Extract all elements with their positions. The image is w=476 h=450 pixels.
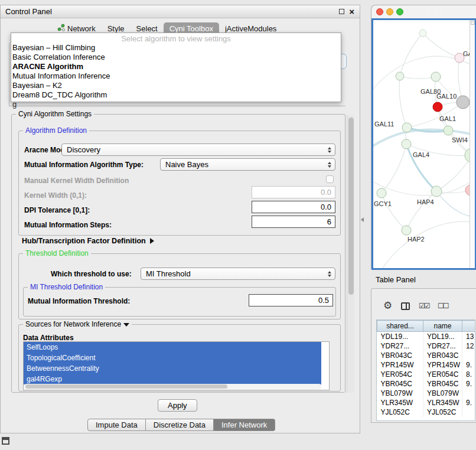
hidden-group-border xyxy=(9,43,9,106)
table-cell[interactable]: YER054C xyxy=(377,370,423,379)
attribute-item-gal4rgexp[interactable]: gal4RGexp xyxy=(24,374,321,384)
table-cell[interactable]: YBL079W xyxy=(377,389,423,398)
network-node-gal10[interactable] xyxy=(457,96,470,109)
network-node-gal80[interactable] xyxy=(431,72,441,81)
table-cell[interactable]: YJL052C xyxy=(377,407,423,417)
table-row[interactable]: YPR145WYPR145W9. xyxy=(377,360,476,370)
bottom-tab-discretize-data[interactable]: Discretize Data xyxy=(146,419,214,431)
table-cell[interactable]: YBR045C xyxy=(377,379,423,389)
network-edge[interactable] xyxy=(423,33,459,58)
close-traffic-light[interactable] xyxy=(376,8,383,15)
algorithm-option-mutual-information-inference[interactable]: Mutual Information Inference xyxy=(11,71,341,81)
bottom-tab-infer-network[interactable]: Infer Network xyxy=(214,419,275,431)
mi-steps-input[interactable]: 6 xyxy=(252,216,335,228)
minimize-traffic-light[interactable] xyxy=(386,8,393,15)
network-node-hap4[interactable] xyxy=(431,186,442,197)
attribute-item-betweennesscentrality[interactable]: BetweennessCentrality xyxy=(24,363,321,374)
table-row[interactable]: YJL052CYJL052C xyxy=(377,407,476,417)
algorithm-option-bayesian-hill-climbing[interactable]: Bayesian – Hill Climbing xyxy=(11,43,341,53)
node-table-viewport[interactable]: shared...name YDL19...YDL19...13YDR27...… xyxy=(376,319,475,421)
attribute-item-topologicalcoefficient[interactable]: TopologicalCoefficient xyxy=(24,353,321,363)
table-cell[interactable]: YDR27... xyxy=(377,341,423,351)
table-cell[interactable]: YDL19... xyxy=(377,332,423,341)
table-cell[interactable]: YJL052C xyxy=(423,407,462,417)
column-header-name[interactable]: name xyxy=(423,321,462,332)
table-cell[interactable]: YBR043C xyxy=(377,351,423,360)
network-vscrollbar[interactable] xyxy=(470,20,475,268)
table-cell[interactable] xyxy=(462,351,476,360)
table-cell[interactable]: 8. xyxy=(462,370,476,379)
table-cell[interactable]: YBL079W xyxy=(423,389,462,398)
table-cell[interactable]: YBR045C xyxy=(423,379,462,389)
settings-scrollbar-thumb[interactable] xyxy=(348,118,354,295)
network-node-gal1[interactable] xyxy=(433,102,442,112)
table-cell[interactable]: 13 xyxy=(462,332,476,341)
network-node-unlabeled[interactable] xyxy=(396,72,404,80)
apply-button[interactable]: Apply xyxy=(158,399,197,412)
table-cell[interactable]: 9. xyxy=(462,379,476,389)
select-all-checks-icon[interactable]: ☑☑ xyxy=(419,302,429,310)
table-row[interactable]: YDR27...YDR27...12 xyxy=(377,341,476,351)
columns-icon[interactable] xyxy=(401,302,410,310)
aracne-mode-select[interactable]: Discovery xyxy=(61,144,335,156)
network-node-gcy1[interactable] xyxy=(377,188,386,198)
network-node-swi4[interactable] xyxy=(444,126,453,135)
data-attributes-list[interactable]: SelfLoopsTopologicalCoefficientBetweenne… xyxy=(23,341,330,390)
bottom-tab-impute-data[interactable]: Impute Data xyxy=(87,419,146,431)
attribute-item-selfloops[interactable]: SelfLoops xyxy=(24,342,321,353)
sources-title[interactable]: Sources for Network Inference xyxy=(23,320,132,328)
table-row[interactable]: YDL19...YDL19...13 xyxy=(377,332,476,341)
table-cell[interactable]: YDR27... xyxy=(423,341,462,351)
table-row[interactable]: YLR345WYLR345W9. xyxy=(377,398,476,407)
settings-scrollbar[interactable] xyxy=(347,115,354,393)
table-cell[interactable]: YPR145W xyxy=(377,360,423,370)
column-header-cut[interactable] xyxy=(462,321,476,332)
network-node-gal11[interactable] xyxy=(402,123,412,132)
dpi-tolerance-input[interactable]: 0.0 xyxy=(252,201,335,213)
network-node-gal4[interactable] xyxy=(402,139,411,149)
network-edge[interactable] xyxy=(400,33,423,76)
table-cell[interactable]: 9. xyxy=(462,398,476,407)
gear-icon[interactable]: ⚙ xyxy=(383,299,392,312)
table-cell[interactable]: YLR345W xyxy=(377,398,423,407)
network-canvas[interactable]: GAL80GALGAL10GAL1GAL11SWI4GAL4HAP4YGCY1H… xyxy=(371,18,476,270)
zoom-traffic-light[interactable] xyxy=(396,8,403,15)
table-row[interactable]: YBR043CYBR043C xyxy=(377,351,476,360)
network-edge[interactable] xyxy=(406,191,436,230)
table-row[interactable]: YBL079WYBL079W xyxy=(377,389,476,398)
algorithm-option-bayesian-k2[interactable]: Bayesian – K2 xyxy=(11,81,341,90)
algorithm-option-aracne-algorithm[interactable]: ARACNE Algorithm xyxy=(11,62,341,71)
minimized-window-icon[interactable] xyxy=(2,437,9,445)
table-cell[interactable] xyxy=(462,407,476,417)
table-row[interactable]: YBR045CYBR045C9. xyxy=(377,379,476,389)
algorithm-option-basic-correlation-inference[interactable]: Basic Correlation Inference xyxy=(11,53,341,62)
node-label: GAL4 xyxy=(413,151,429,158)
deselect-all-checks-icon[interactable]: ☐☐ xyxy=(438,302,448,310)
mi-type-select[interactable]: Naive Bayes xyxy=(160,158,335,171)
hub-section-toggle[interactable]: Hub/Transcription Factor Definition xyxy=(22,237,154,245)
network-edge[interactable] xyxy=(382,144,406,193)
table-cell[interactable] xyxy=(462,389,476,398)
table-cell[interactable]: YBR043C xyxy=(423,351,462,360)
table-cell[interactable]: YPR145W xyxy=(423,360,462,370)
column-header-shared[interactable]: shared... xyxy=(377,321,423,332)
network-edge[interactable] xyxy=(400,76,436,79)
close-window-icon[interactable]: × xyxy=(349,8,354,15)
table-cell[interactable]: YER054C xyxy=(423,370,462,379)
network-edge[interactable] xyxy=(382,193,406,230)
network-edge[interactable] xyxy=(399,76,407,128)
table-cell[interactable]: YDL19... xyxy=(423,332,462,341)
splitter-collapse-icon[interactable] xyxy=(361,217,364,222)
float-window-icon[interactable] xyxy=(339,9,344,14)
table-row[interactable]: YER054CYER054C8. xyxy=(377,370,476,379)
table-cell[interactable]: 9. xyxy=(462,360,476,370)
which-threshold-select[interactable]: MI Threshold xyxy=(141,268,335,280)
mi-threshold-input[interactable]: 0.5 xyxy=(249,294,333,306)
table-cell[interactable]: YLR345W xyxy=(423,398,462,407)
network-edge[interactable] xyxy=(436,155,472,191)
network-node-hap2[interactable] xyxy=(402,226,411,235)
network-node-unlabeled[interactable] xyxy=(419,30,426,37)
table-cell[interactable]: 12 xyxy=(462,341,476,351)
algorithm-option-dream8-dc-tdc-algorithm[interactable]: Dream8 DC_TDC Algorithm xyxy=(11,90,341,100)
list-horizontal-scrollbar[interactable] xyxy=(24,384,321,389)
